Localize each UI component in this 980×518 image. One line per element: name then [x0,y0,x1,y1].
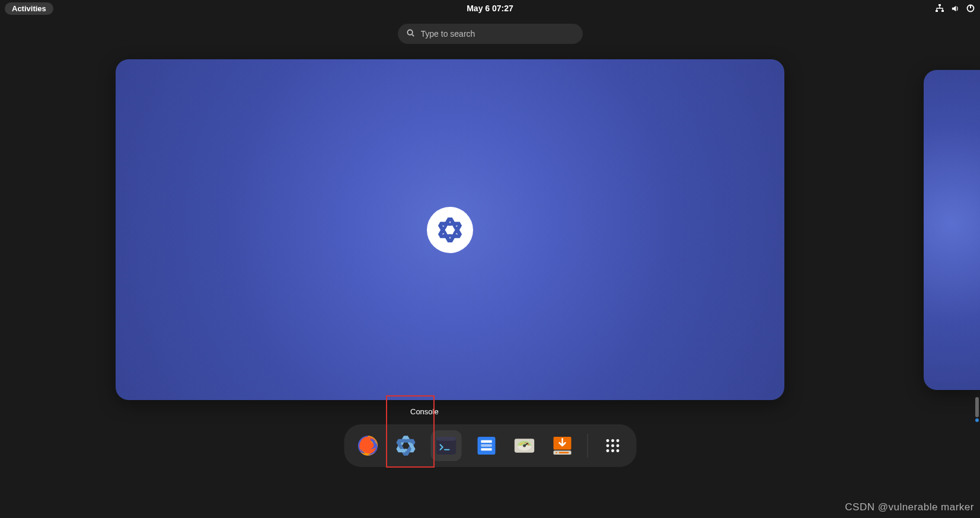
top-bar: Activities May 6 07:27 [0,0,980,17]
svg-rect-14 [481,448,491,450]
app-disks[interactable] [511,433,537,459]
nixos-logo-icon [427,207,473,253]
svg-rect-22 [558,452,569,453]
power-icon[interactable] [966,4,975,13]
dash-separator [587,434,588,458]
volume-icon[interactable] [950,4,960,13]
app-files[interactable] [473,433,499,459]
svg-rect-0 [938,4,941,6]
svg-rect-2 [941,10,944,12]
show-apps-button[interactable] [599,433,625,459]
workspace-thumbnail-2[interactable] [924,70,980,390]
svg-point-29 [606,449,609,452]
app-nixos-manual[interactable] [392,433,419,459]
network-wired-icon[interactable] [935,4,944,13]
search-input[interactable] [421,29,574,39]
scrollbar-thumb[interactable] [975,397,979,417]
svg-point-26 [606,445,609,447]
search-bar[interactable] [398,24,583,44]
search-icon [406,28,415,40]
svg-point-23 [606,439,609,442]
app-firefox[interactable] [355,433,381,459]
svg-rect-13 [481,445,491,447]
dash-tooltip: Console [410,407,439,416]
dash [344,424,636,467]
scrollbar-accent [975,418,979,422]
svg-point-28 [616,445,619,447]
svg-rect-9 [436,437,455,441]
svg-point-5 [407,30,412,34]
svg-point-31 [616,449,619,452]
svg-point-24 [611,439,614,442]
app-console[interactable] [430,430,461,461]
svg-line-6 [412,34,414,36]
svg-point-27 [611,445,614,447]
svg-rect-1 [936,10,938,12]
app-gparted[interactable] [549,433,575,459]
watermark-text: CSDN @vulnerable marker [845,501,974,513]
svg-point-21 [556,452,557,453]
workspace-thumbnail-1[interactable] [116,59,784,400]
activities-button[interactable]: Activities [5,2,53,15]
svg-point-25 [616,439,619,442]
datetime-label[interactable]: May 6 07:27 [467,4,513,13]
svg-rect-12 [481,440,491,443]
status-area[interactable] [935,4,975,13]
svg-point-30 [611,449,614,452]
